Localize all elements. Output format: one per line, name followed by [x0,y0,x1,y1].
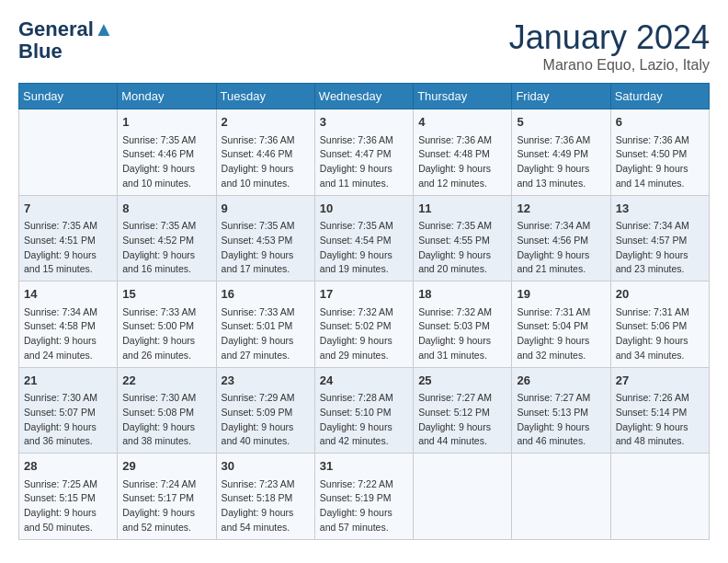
cell-content: Sunrise: 7:36 AM Sunset: 4:49 PM Dayligh… [517,133,605,191]
day-number: 27 [616,372,704,390]
cell-content: Sunrise: 7:36 AM Sunset: 4:46 PM Dayligh… [222,133,310,191]
day-number: 25 [418,372,506,390]
day-number: 5 [517,113,605,132]
cell-content: Sunrise: 7:35 AM Sunset: 4:55 PM Dayligh… [418,219,506,277]
calendar-cell: 22Sunrise: 7:30 AM Sunset: 5:08 PM Dayli… [118,367,216,454]
cell-content: Sunrise: 7:30 AM Sunset: 5:07 PM Dayligh… [24,391,112,449]
cell-content: Sunrise: 7:22 AM Sunset: 5:19 PM Dayligh… [320,477,408,535]
cell-content: Sunrise: 7:32 AM Sunset: 5:02 PM Dayligh… [320,305,408,363]
weekday-header: Wednesday [314,84,413,109]
day-number: 18 [418,285,506,304]
calendar-cell [19,109,118,196]
day-number: 3 [320,113,408,132]
cell-content: Sunrise: 7:29 AM Sunset: 5:09 PM Dayligh… [222,391,310,449]
day-number: 15 [122,285,210,304]
day-number: 13 [616,200,704,218]
day-number: 19 [517,285,605,304]
calendar-cell: 27Sunrise: 7:26 AM Sunset: 5:14 PM Dayli… [610,367,709,454]
day-number: 31 [320,457,408,476]
day-number: 17 [320,285,408,304]
cell-content: Sunrise: 7:24 AM Sunset: 5:17 PM Dayligh… [122,477,210,535]
day-number: 9 [222,200,310,218]
cell-content: Sunrise: 7:34 AM Sunset: 4:56 PM Dayligh… [517,219,605,277]
calendar-cell: 20Sunrise: 7:31 AM Sunset: 5:06 PM Dayli… [610,282,709,368]
calendar-cell: 13Sunrise: 7:34 AM Sunset: 4:57 PM Dayli… [610,195,709,282]
cell-content: Sunrise: 7:36 AM Sunset: 4:50 PM Dayligh… [616,133,704,191]
page-header: General▲Blue January 2024 Marano Equo, L… [18,18,710,74]
calendar-cell: 9Sunrise: 7:35 AM Sunset: 4:53 PM Daylig… [216,195,314,282]
day-number: 2 [222,113,310,132]
calendar-cell: 18Sunrise: 7:32 AM Sunset: 5:03 PM Dayli… [414,282,512,368]
calendar-cell: 31Sunrise: 7:22 AM Sunset: 5:19 PM Dayli… [314,454,413,540]
cell-content: Sunrise: 7:27 AM Sunset: 5:12 PM Dayligh… [418,391,506,449]
cell-content: Sunrise: 7:35 AM Sunset: 4:52 PM Dayligh… [122,219,210,277]
calendar-cell: 23Sunrise: 7:29 AM Sunset: 5:09 PM Dayli… [216,367,314,454]
calendar-cell: 4Sunrise: 7:36 AM Sunset: 4:48 PM Daylig… [414,109,512,196]
day-number: 24 [320,372,408,390]
cell-content: Sunrise: 7:34 AM Sunset: 4:57 PM Dayligh… [616,219,704,277]
day-number: 20 [616,285,704,304]
logo-text: General▲Blue [18,18,114,63]
day-number: 14 [24,285,112,304]
calendar-cell: 30Sunrise: 7:23 AM Sunset: 5:18 PM Dayli… [216,454,314,540]
title-block: January 2024 Marano Equo, Lazio, Italy [509,18,710,74]
calendar-cell: 2Sunrise: 7:36 AM Sunset: 4:46 PM Daylig… [216,109,314,196]
calendar-cell: 10Sunrise: 7:35 AM Sunset: 4:54 PM Dayli… [314,195,413,282]
calendar-cell: 8Sunrise: 7:35 AM Sunset: 4:52 PM Daylig… [118,195,216,282]
cell-content: Sunrise: 7:33 AM Sunset: 5:01 PM Dayligh… [222,305,310,363]
calendar-cell: 24Sunrise: 7:28 AM Sunset: 5:10 PM Dayli… [314,367,413,454]
calendar-cell: 26Sunrise: 7:27 AM Sunset: 5:13 PM Dayli… [512,367,610,454]
cell-content: Sunrise: 7:35 AM Sunset: 4:53 PM Dayligh… [222,219,310,277]
calendar-cell: 3Sunrise: 7:36 AM Sunset: 4:47 PM Daylig… [314,109,413,196]
calendar-cell: 21Sunrise: 7:30 AM Sunset: 5:07 PM Dayli… [19,367,118,454]
weekday-header: Tuesday [216,84,314,109]
day-number: 21 [24,372,112,390]
day-number: 28 [24,457,112,476]
cell-content: Sunrise: 7:35 AM Sunset: 4:46 PM Dayligh… [122,133,210,191]
day-number: 26 [517,372,605,390]
day-number: 7 [24,200,112,218]
day-number: 23 [222,372,310,390]
calendar-cell: 11Sunrise: 7:35 AM Sunset: 4:55 PM Dayli… [414,195,512,282]
cell-content: Sunrise: 7:25 AM Sunset: 5:15 PM Dayligh… [24,477,112,535]
cell-content: Sunrise: 7:30 AM Sunset: 5:08 PM Dayligh… [122,391,210,449]
month-title: January 2024 [509,18,710,57]
cell-content: Sunrise: 7:31 AM Sunset: 5:06 PM Dayligh… [616,305,704,363]
calendar-cell [610,454,709,540]
day-number: 30 [222,457,310,476]
calendar-cell: 17Sunrise: 7:32 AM Sunset: 5:02 PM Dayli… [314,282,413,368]
cell-content: Sunrise: 7:35 AM Sunset: 4:51 PM Dayligh… [24,219,112,277]
day-number: 6 [616,113,704,132]
header-row: SundayMondayTuesdayWednesdayThursdayFrid… [19,84,710,109]
weekday-header: Thursday [414,84,512,109]
calendar-cell [414,454,512,540]
calendar-row: 28Sunrise: 7:25 AM Sunset: 5:15 PM Dayli… [19,454,710,540]
cell-content: Sunrise: 7:33 AM Sunset: 5:00 PM Dayligh… [122,305,210,363]
calendar-cell [512,454,610,540]
day-number: 4 [418,113,506,132]
cell-content: Sunrise: 7:26 AM Sunset: 5:14 PM Dayligh… [616,391,704,449]
cell-content: Sunrise: 7:23 AM Sunset: 5:18 PM Dayligh… [222,477,310,535]
calendar-cell: 6Sunrise: 7:36 AM Sunset: 4:50 PM Daylig… [610,109,709,196]
cell-content: Sunrise: 7:36 AM Sunset: 4:47 PM Dayligh… [320,133,408,191]
day-number: 11 [418,200,506,218]
weekday-header: Sunday [19,84,118,109]
cell-content: Sunrise: 7:31 AM Sunset: 5:04 PM Dayligh… [517,305,605,363]
weekday-header: Monday [118,84,216,109]
weekday-header: Saturday [610,84,709,109]
day-number: 10 [320,200,408,218]
cell-content: Sunrise: 7:27 AM Sunset: 5:13 PM Dayligh… [517,391,605,449]
calendar-cell: 5Sunrise: 7:36 AM Sunset: 4:49 PM Daylig… [512,109,610,196]
calendar-row: 21Sunrise: 7:30 AM Sunset: 5:07 PM Dayli… [19,367,710,454]
calendar-cell: 25Sunrise: 7:27 AM Sunset: 5:12 PM Dayli… [414,367,512,454]
cell-content: Sunrise: 7:28 AM Sunset: 5:10 PM Dayligh… [320,391,408,449]
calendar-row: 1Sunrise: 7:35 AM Sunset: 4:46 PM Daylig… [19,109,710,196]
calendar-cell: 12Sunrise: 7:34 AM Sunset: 4:56 PM Dayli… [512,195,610,282]
location: Marano Equo, Lazio, Italy [509,57,710,74]
calendar-cell: 19Sunrise: 7:31 AM Sunset: 5:04 PM Dayli… [512,282,610,368]
calendar-row: 7Sunrise: 7:35 AM Sunset: 4:51 PM Daylig… [19,195,710,282]
calendar-cell: 29Sunrise: 7:24 AM Sunset: 5:17 PM Dayli… [118,454,216,540]
calendar-cell: 28Sunrise: 7:25 AM Sunset: 5:15 PM Dayli… [19,454,118,540]
day-number: 29 [122,457,210,476]
calendar-cell: 16Sunrise: 7:33 AM Sunset: 5:01 PM Dayli… [216,282,314,368]
